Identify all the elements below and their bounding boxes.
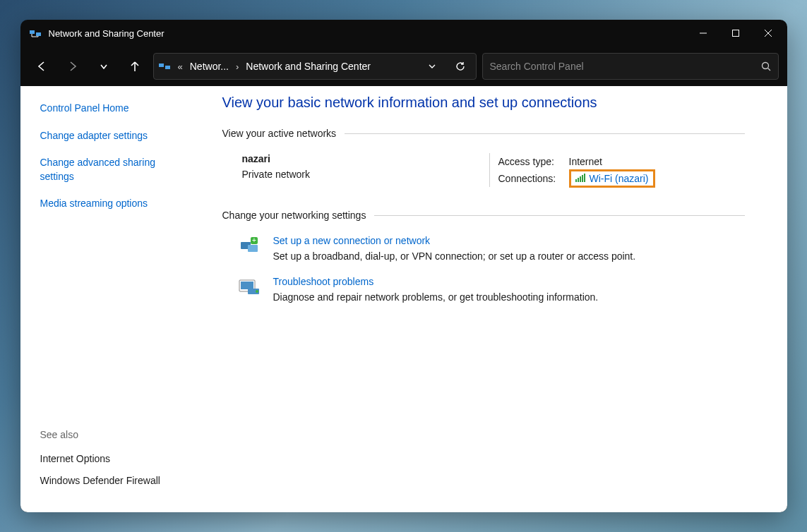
recent-locations-button[interactable] <box>91 54 116 79</box>
sidebar: Control Panel Home Change adapter settin… <box>20 86 204 512</box>
access-type-label: Access type: <box>498 156 569 167</box>
minimize-button[interactable] <box>687 22 719 44</box>
window-controls <box>687 22 784 44</box>
up-button[interactable] <box>122 54 148 79</box>
network-identity: nazari Private network <box>242 153 489 187</box>
address-dropdown-button[interactable] <box>421 55 443 78</box>
breadcrumb-item[interactable]: Networ... <box>190 61 229 72</box>
window: Network and Sharing Center <box>20 20 787 512</box>
network-sharing-icon <box>29 27 42 40</box>
media-streaming-link[interactable]: Media streaming options <box>40 197 184 211</box>
setup-connection-desc: Set up a broadband, dial-up, or VPN conn… <box>273 250 636 262</box>
navigation-row: « Networ... › Network and Sharing Center <box>20 47 787 86</box>
location-icon <box>158 60 171 73</box>
network-details: Access type: Internet Connections: Wi-Fi… <box>489 153 655 187</box>
search-bar[interactable] <box>482 53 779 80</box>
svg-rect-6 <box>159 64 164 67</box>
troubleshoot-link[interactable]: Troubleshoot problems <box>273 276 374 287</box>
titlebar[interactable]: Network and Sharing Center <box>20 20 787 47</box>
svg-rect-0 <box>30 30 35 34</box>
section-label: Change your networking settings <box>222 210 366 221</box>
setup-connection-link[interactable]: Set up a new connection or network <box>273 235 431 246</box>
connections-label: Connections: <box>498 173 569 184</box>
section-active-networks: View your active networks <box>222 128 745 139</box>
address-bar[interactable]: « Networ... › Network and Sharing Center <box>153 53 477 80</box>
adapter-settings-link[interactable]: Change adapter settings <box>40 129 184 143</box>
chevron-left-icon[interactable]: « <box>175 61 186 72</box>
search-input[interactable] <box>490 61 761 72</box>
svg-line-9 <box>767 68 770 71</box>
page-heading: View your basic network information and … <box>222 95 745 111</box>
forward-button[interactable] <box>60 54 85 79</box>
svg-rect-12 <box>580 176 581 182</box>
active-network-block: nazari Private network Access type: Inte… <box>222 153 745 187</box>
signal-bars-icon <box>575 173 585 184</box>
svg-point-8 <box>762 63 768 69</box>
close-button[interactable] <box>752 22 784 44</box>
svg-rect-16 <box>248 245 258 252</box>
svg-rect-20 <box>241 282 253 289</box>
setup-connection-icon: + <box>238 235 261 258</box>
svg-rect-14 <box>584 174 585 182</box>
wifi-connection-label: Wi-Fi (nazari) <box>590 173 649 184</box>
section-change-settings: Change your networking settings <box>222 210 745 221</box>
troubleshoot-task: Troubleshoot problems Diagnose and repai… <box>222 276 745 303</box>
network-name: nazari <box>242 153 489 164</box>
window-title: Network and Sharing Center <box>49 28 687 39</box>
svg-rect-13 <box>582 175 583 182</box>
maximize-button[interactable] <box>719 22 752 44</box>
back-button[interactable] <box>29 54 54 79</box>
troubleshoot-desc: Diagnose and repair network problems, or… <box>273 291 599 303</box>
svg-rect-3 <box>732 30 739 37</box>
advanced-sharing-link[interactable]: Change advanced sharing settings <box>40 156 184 183</box>
internet-options-link[interactable]: Internet Options <box>40 453 184 464</box>
troubleshoot-icon <box>238 276 261 298</box>
defender-firewall-link[interactable]: Windows Defender Firewall <box>40 475 184 486</box>
svg-point-22 <box>256 290 258 293</box>
breadcrumb-item[interactable]: Network and Sharing Center <box>246 61 371 72</box>
divider <box>345 133 744 134</box>
refresh-button[interactable] <box>449 55 472 78</box>
control-panel-home-link[interactable]: Control Panel Home <box>40 102 184 116</box>
network-type: Private network <box>242 169 489 180</box>
main-panel: View your basic network information and … <box>204 86 787 512</box>
divider <box>374 215 744 216</box>
content-area: Control Panel Home Change adapter settin… <box>20 86 787 512</box>
svg-rect-10 <box>575 179 577 182</box>
setup-connection-task: + Set up a new connection or network Set… <box>222 235 745 262</box>
access-type-value: Internet <box>569 156 602 167</box>
svg-rect-11 <box>578 178 579 182</box>
svg-text:+: + <box>252 236 256 244</box>
svg-rect-7 <box>165 66 170 69</box>
svg-rect-1 <box>36 32 41 36</box>
see-also-label: See also <box>40 429 184 440</box>
wifi-connection-link[interactable]: Wi-Fi (nazari) <box>569 169 655 188</box>
search-icon[interactable] <box>761 61 771 71</box>
chevron-right-icon: › <box>233 61 241 72</box>
section-label: View your active networks <box>222 128 337 139</box>
